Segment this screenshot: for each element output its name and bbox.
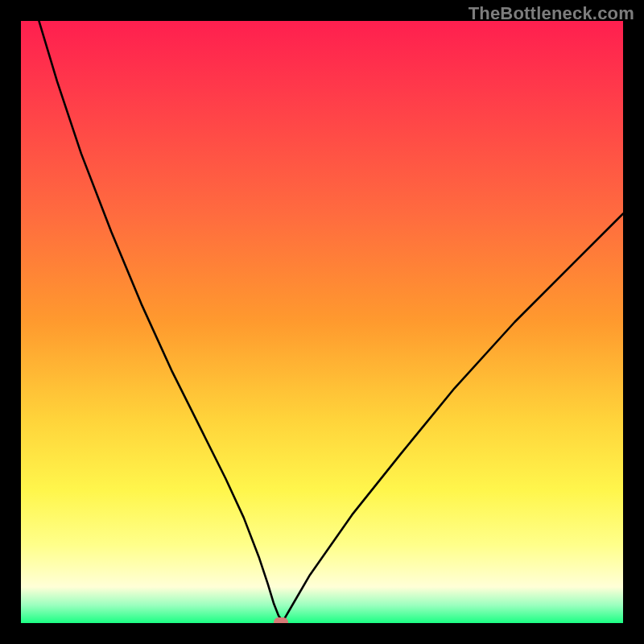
- optimal-point-marker: [274, 617, 288, 624]
- plot-area: [21, 21, 623, 623]
- bottleneck-curve: [21, 21, 623, 623]
- chart-frame: TheBottleneck.com: [0, 0, 644, 644]
- curve-path: [39, 21, 623, 621]
